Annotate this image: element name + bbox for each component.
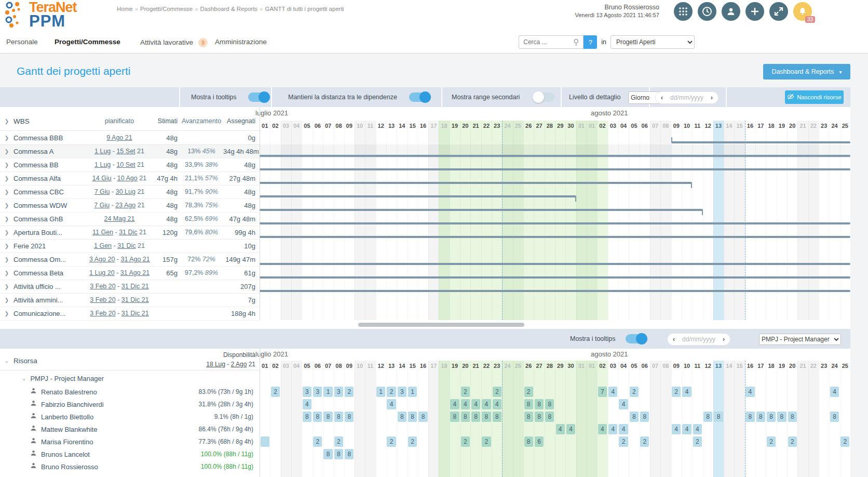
nav-item-progetti-commesse[interactable]: Progetti/Commesse	[55, 38, 120, 46]
nav-item-attivit-lavorative[interactable]: Attività lavorative9	[140, 38, 208, 47]
nav-item-personale[interactable]: Personale	[6, 38, 38, 46]
clock-button[interactable]	[698, 2, 716, 21]
date-link[interactable]: 18 Lug	[206, 361, 225, 368]
gantt-bar[interactable]	[260, 155, 850, 157]
date-link[interactable]: 3 Feb 20	[90, 283, 115, 290]
resources-tooltips-toggle[interactable]	[626, 334, 646, 343]
expand-chevron-icon[interactable]: ❯	[0, 243, 13, 249]
expand-chevron-icon[interactable]: ❯	[0, 189, 13, 195]
chevron-left-icon[interactable]: ‹	[673, 336, 675, 343]
resource-row[interactable]: Lanberto Biettollo9.1% (8h / 1g)	[0, 410, 260, 423]
expand-chevron-icon[interactable]: ❯	[0, 230, 13, 235]
date-input[interactable]: dd/mm/yyyy	[682, 336, 715, 343]
date-link[interactable]: 7 Giu	[94, 188, 110, 195]
apps-grid-button[interactable]	[674, 2, 693, 21]
user-button[interactable]	[722, 2, 740, 21]
gantt-bar[interactable]	[260, 209, 703, 211]
date-link[interactable]: 31 Dic 21	[121, 296, 149, 303]
nav-item-amministrazione[interactable]: Amministrazione	[215, 38, 267, 46]
date-link[interactable]: 31 Dic	[117, 242, 135, 249]
expand-button[interactable]	[769, 2, 788, 21]
resource-row[interactable]: Fabirzio Bianchiverdi31.8% (28h / 3g 4h)	[0, 398, 260, 410]
expand-chevron-icon[interactable]: ❯	[0, 270, 13, 276]
horizontal-scrollbar-thumb[interactable]	[358, 323, 524, 327]
resource-row[interactable]: Brunos Lancelot100.0% (88h / 11g)	[0, 448, 260, 460]
table-row[interactable]: ❯Commessa Beta1 Lug 20 - 31 Ago 2165g97,…	[0, 266, 260, 280]
resource-row[interactable]: Marisa Fiorentino77.3% (68h / 8g 4h)	[0, 435, 260, 448]
expand-chevron-icon[interactable]: ❯	[0, 176, 13, 181]
search-scope-select[interactable]: Progetti Aperti	[611, 35, 695, 49]
date-link[interactable]: 11 Gen	[92, 229, 113, 236]
chevron-down-icon[interactable]: ⌄	[0, 358, 13, 364]
gantt-bar[interactable]	[260, 222, 850, 224]
date-link[interactable]: 1 Lug	[94, 161, 111, 168]
table-row[interactable]: ❯Commessa Alfa14 Giu - 10 Ago 2147g 4h21…	[0, 171, 260, 185]
date-link[interactable]: 9 Ago 21	[106, 134, 132, 141]
table-row[interactable]: ❯Commessa CBC7 Giu - 30 Lug 2148g91,7% 9…	[0, 185, 260, 198]
tooltips-toggle[interactable]	[248, 92, 269, 102]
expand-chevron-icon[interactable]: ❯	[0, 297, 13, 303]
resource-row[interactable]: Bruno Rossierosso100.0% (88h / 11g)	[0, 460, 260, 473]
secondary-range-toggle[interactable]	[534, 92, 554, 102]
date-link[interactable]: 10 Ago	[117, 175, 138, 182]
expand-chevron-icon[interactable]: ❯	[0, 216, 13, 222]
date-link[interactable]: 31 Ago 21	[120, 269, 150, 276]
gantt-bar[interactable]	[260, 276, 850, 279]
gantt-bar[interactable]	[671, 141, 850, 143]
plus-button[interactable]	[745, 2, 764, 21]
date-link[interactable]: 31 Dic 21	[121, 283, 149, 290]
chevron-left-icon[interactable]: ‹	[661, 94, 663, 101]
date-link[interactable]: 1 Lug	[94, 148, 111, 155]
dashboard-reports-button[interactable]: Dashboard & Reports▾	[763, 64, 850, 80]
table-row[interactable]: ❯Commessa BBB9 Ago 2148g0g	[0, 131, 260, 144]
date-link[interactable]: 14 Giu	[92, 175, 112, 182]
search-help-button[interactable]: ?	[584, 35, 597, 49]
hide-resources-button[interactable]: Nascondi risorse	[785, 90, 844, 104]
date-link[interactable]: 1 Gen	[94, 242, 112, 249]
table-row[interactable]: ❯Ferie 20211 Gen - 31 Dic 2110g	[0, 239, 260, 253]
chevron-right-icon[interactable]: ❯	[0, 118, 13, 124]
distance-toggle[interactable]	[409, 92, 430, 102]
expand-chevron-icon[interactable]: ❯	[0, 149, 13, 154]
date-link[interactable]: 3 Ago 20	[89, 256, 115, 263]
date-link[interactable]: 2 Ago	[231, 361, 247, 368]
gantt-bar[interactable]	[260, 263, 850, 265]
notifications-button[interactable]: 33	[793, 2, 812, 21]
expand-chevron-icon[interactable]: ❯	[0, 135, 13, 141]
breadcrumb-item[interactable]: Progetti/Commesse	[140, 6, 193, 12]
gantt-bar[interactable]	[260, 168, 850, 170]
app-logo[interactable]: TeraNet PPM	[4, 1, 77, 29]
date-link[interactable]: 15 Set	[116, 148, 135, 155]
chevron-down-icon[interactable]: ⌄	[22, 376, 26, 381]
date-input[interactable]: dd/mm/yyyy	[670, 94, 703, 101]
date-link[interactable]: 7 Giu	[94, 202, 110, 209]
chevron-right-icon[interactable]: ›	[711, 94, 713, 101]
breadcrumb-item[interactable]: Home	[117, 6, 133, 12]
gantt-bar[interactable]	[260, 195, 576, 197]
resource-row[interactable]: Renato Balestreno83.0% (73h / 9g 1h)	[0, 386, 260, 398]
resource-group-row[interactable]: ⌄PMPJ - Project Manager	[0, 372, 260, 385]
date-link[interactable]: 3 Feb 20	[90, 296, 115, 303]
breadcrumb-item[interactable]: GANTT di tutti i progetti aperti	[265, 6, 344, 12]
table-row[interactable]: ❯Commessa A1 Lug - 15 Set 2148g13% 45%34…	[0, 144, 260, 158]
search-input[interactable]	[519, 35, 584, 49]
chevron-right-icon[interactable]: ›	[723, 336, 725, 343]
table-row[interactable]: ❯Attività ammini...3 Feb 20 - 31 Dic 217…	[0, 293, 260, 307]
gantt-bar[interactable]	[260, 236, 850, 238]
expand-chevron-icon[interactable]: ❯	[0, 257, 13, 262]
date-link[interactable]: 24 Mag 21	[104, 215, 134, 222]
breadcrumb-item[interactable]: Dashboard & Reports	[200, 6, 257, 12]
date-link[interactable]: 31 Ago 21	[120, 256, 150, 263]
date-link[interactable]: 31 Dic 21	[121, 310, 149, 317]
table-row[interactable]: ❯Commessa BB1 Lug - 10 Set 2148g33,9% 38…	[0, 158, 260, 171]
table-row[interactable]: ❯Commessa WDW7 Giu - 23 Ago 2148g78,3% 7…	[0, 198, 260, 212]
expand-chevron-icon[interactable]: ❯	[0, 311, 13, 316]
date-link[interactable]: 10 Set	[116, 161, 135, 168]
expand-chevron-icon[interactable]: ❯	[0, 203, 13, 208]
gantt-bar[interactable]	[260, 182, 692, 184]
date-link[interactable]: 1 Lug 20	[89, 269, 115, 276]
date-link[interactable]: 30 Lug	[116, 188, 135, 195]
resource-group-select[interactable]: PMPJ - Project Manager	[759, 334, 841, 345]
gantt-bar[interactable]	[260, 290, 850, 292]
table-row[interactable]: ❯Commessa Om...3 Ago 20 - 31 Ago 21157g7…	[0, 253, 260, 266]
